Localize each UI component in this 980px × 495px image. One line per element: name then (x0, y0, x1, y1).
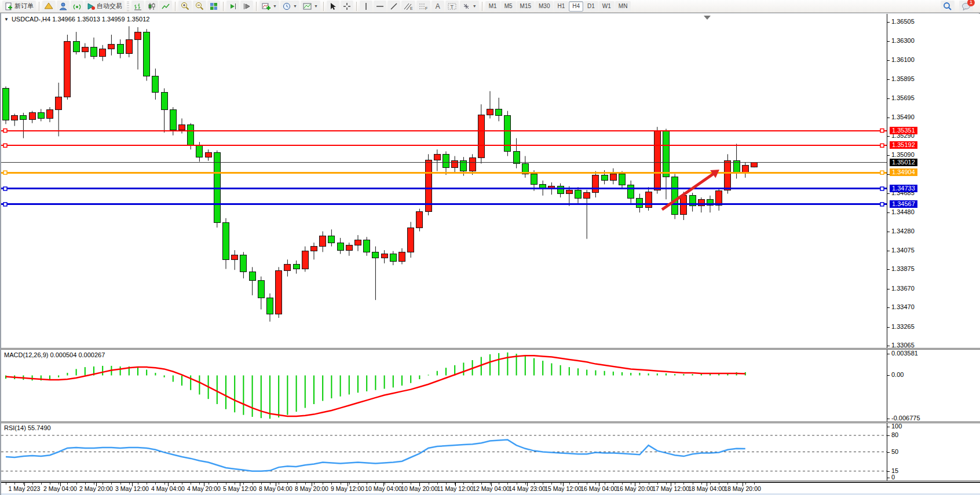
time-label: 14 May 23:00 (509, 485, 546, 492)
candle-bearish (152, 76, 159, 92)
line-handle[interactable] (3, 187, 7, 190)
time-minor-tick (693, 483, 693, 485)
candle-bearish (258, 280, 264, 298)
candle-bearish (575, 190, 582, 199)
text-button[interactable]: A (432, 1, 444, 12)
line-handle[interactable] (880, 129, 884, 133)
time-minor-tick (199, 483, 200, 485)
auto-scroll-button[interactable] (226, 1, 239, 12)
timeframe-d1-button[interactable]: D1 (584, 1, 598, 12)
svg-text:T: T (450, 3, 454, 9)
time-minor-tick (402, 483, 403, 485)
metaeditor-button[interactable] (42, 1, 56, 12)
signals-button[interactable] (71, 1, 83, 12)
candle-bearish (443, 154, 449, 167)
rsi-axis[interactable]: 1008050150 (887, 423, 980, 481)
cursor-button[interactable] (327, 1, 339, 12)
horizontal-line-icon (376, 3, 384, 9)
time-minor-tick (745, 483, 746, 485)
level-price-flag: 1.35192 (890, 141, 917, 149)
line-handle[interactable] (3, 144, 7, 147)
time-minor-tick (235, 483, 235, 485)
time-minor-tick (649, 483, 649, 485)
periods-clock-icon (283, 2, 291, 10)
line-handle[interactable] (880, 187, 884, 190)
line-handle[interactable] (880, 171, 884, 174)
candle-bullish (311, 247, 317, 251)
chart-window: ▼ USDCAD-,H4 1.34966 1.35013 1.34959 1.3… (0, 13, 980, 495)
vertical-line-button[interactable] (360, 1, 372, 12)
crosshair-button[interactable] (341, 1, 353, 12)
candlestick-chart-icon (148, 2, 156, 10)
crosshair-icon (343, 2, 351, 10)
periods-button[interactable]: ▼ (280, 1, 299, 12)
candle-bearish (73, 41, 79, 52)
price-axis[interactable]: 1.365051.363001.361001.358951.356951.354… (887, 14, 980, 348)
line-handle[interactable] (880, 203, 884, 206)
rsi-tick-label: 100 (887, 423, 902, 430)
notifications-button[interactable]: 1 (959, 1, 973, 12)
timeframe-h1-button[interactable]: H1 (554, 1, 568, 12)
candle-bullish (654, 131, 660, 190)
equidistant-channel-button[interactable]: E (401, 1, 415, 12)
candle-bullish (12, 116, 18, 120)
line-handle[interactable] (3, 171, 7, 174)
line-handle[interactable] (880, 144, 884, 147)
line-handle[interactable] (3, 129, 7, 133)
timeframe-m5-button[interactable]: M5 (501, 1, 516, 12)
time-minor-tick (164, 483, 165, 485)
main-chart-pane[interactable] (1, 14, 887, 348)
chart-shift-button[interactable] (240, 1, 253, 12)
tile-windows-icon (210, 2, 218, 10)
timeframe-m30-button[interactable]: M30 (535, 1, 553, 12)
candle-bearish (214, 152, 220, 223)
time-minor-tick (147, 483, 147, 485)
time-minor-tick (120, 483, 121, 485)
candlestick-chart-button[interactable] (145, 1, 158, 12)
templates-button[interactable]: ▼ (301, 1, 320, 12)
time-minor-tick (111, 483, 112, 485)
candle-bearish (161, 92, 167, 110)
line-chart-button[interactable] (159, 1, 172, 12)
zoom-out-button[interactable] (193, 1, 206, 12)
autotrading-button[interactable]: 自动交易 (85, 1, 125, 12)
zoom-in-button[interactable] (178, 1, 192, 12)
tile-windows-button[interactable] (207, 1, 220, 12)
horizontal-line-button[interactable] (374, 1, 386, 12)
candle-bullish (716, 191, 722, 205)
candle-bullish (355, 240, 361, 245)
trendline-button[interactable] (387, 1, 400, 12)
time-minor-tick (551, 483, 552, 485)
timeframe-w1-button[interactable]: W1 (599, 1, 615, 12)
timeframe-h4-button[interactable]: H4 (569, 1, 583, 12)
indicators-button[interactable]: ▼ (259, 1, 279, 12)
timeframe-m15-button[interactable]: M15 (517, 1, 535, 12)
separator (39, 2, 39, 11)
new-order-button[interactable]: 新订单 (2, 1, 36, 12)
text-label-button[interactable]: T (445, 1, 459, 12)
rsi-pane[interactable] (1, 423, 887, 481)
time-label: 5 May 12:00 (223, 485, 257, 492)
timeframe-m1-button[interactable]: M1 (485, 1, 500, 12)
candle-bearish (170, 110, 176, 130)
macd-axis[interactable]: 0.0035810.00-0.006775 (887, 350, 980, 421)
fibonacci-button[interactable]: F (416, 1, 430, 12)
symbol-dropdown-icon[interactable]: ▼ (4, 17, 9, 22)
candle-bearish (531, 174, 537, 184)
separator (356, 2, 357, 11)
macd-pane[interactable] (1, 350, 887, 421)
chart-header-text: USDCAD-,H4 1.34966 1.35013 1.34959 1.350… (12, 16, 150, 23)
chart-background (1, 14, 887, 348)
candle-bullish (593, 175, 599, 193)
arrows-button[interactable]: ▼ (460, 1, 479, 12)
time-axis[interactable]: 1 May 20232 May 04:002 May 20:003 May 12… (1, 482, 980, 494)
search-button[interactable] (941, 1, 955, 12)
candle-bullish (584, 193, 590, 199)
timeframe-mn-button[interactable]: MN (615, 1, 631, 12)
bar-chart-button[interactable] (131, 1, 144, 12)
dropdown-arrow-icon: ▼ (473, 4, 477, 8)
time-minor-tick (534, 483, 535, 485)
time-minor-tick (507, 483, 508, 485)
line-handle[interactable] (3, 203, 7, 206)
community-button[interactable] (57, 1, 70, 12)
